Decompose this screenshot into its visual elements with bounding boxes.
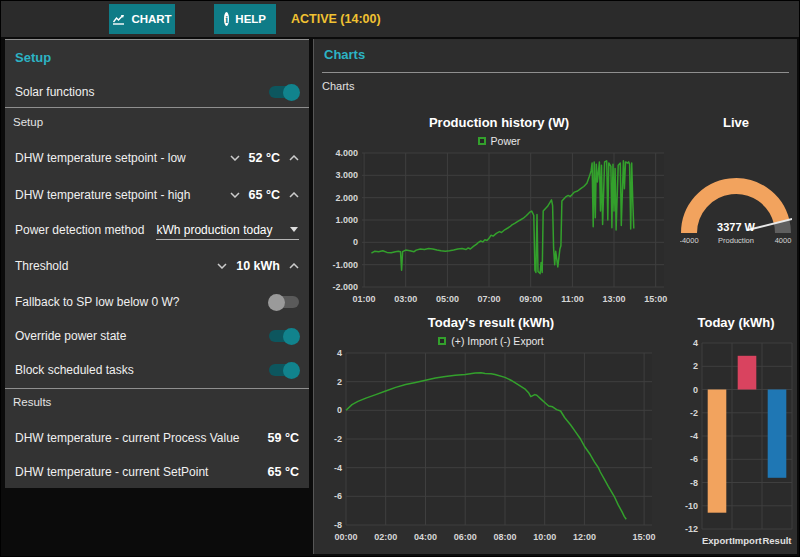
svg-text:-4: -4 (690, 431, 698, 441)
chevron-down-icon[interactable] (230, 155, 240, 161)
divider (322, 72, 789, 73)
process-value: 59 °C (268, 431, 299, 445)
toggle-knob (283, 84, 300, 101)
chevron-up-icon[interactable] (289, 263, 299, 269)
fallback-toggle[interactable] (269, 296, 299, 308)
svg-text:10:00: 10:00 (533, 532, 556, 542)
svg-text:15:00: 15:00 (633, 532, 656, 542)
chevron-down-icon[interactable] (230, 192, 240, 198)
row-block-tasks: Block scheduled tasks (15, 360, 299, 380)
svg-text:4: 4 (693, 338, 698, 348)
svg-text:Import: Import (732, 535, 762, 546)
dhw-low-value: 52 °C (249, 151, 280, 165)
svg-text:03:00: 03:00 (394, 294, 417, 304)
charts-panel-title: Charts (324, 47, 365, 62)
svg-text:1.000: 1.000 (335, 215, 358, 225)
charts-subtitle: Charts (322, 80, 354, 92)
power-detection-value: kWh production today (156, 223, 290, 237)
block-tasks-toggle[interactable] (269, 364, 299, 376)
legend-swatch-icon (478, 137, 486, 145)
production-legend: Power (326, 133, 672, 149)
svg-text:2.000: 2.000 (335, 193, 358, 203)
svg-text:0: 0 (337, 405, 342, 415)
svg-text:0: 0 (693, 385, 698, 395)
fallback-label: Fallback to SP low below 0 W? (15, 295, 180, 309)
chart-button[interactable]: CHART (109, 4, 175, 34)
topbar: CHART i HELP ACTIVE (14:00) (1, 1, 800, 37)
divider (5, 388, 309, 389)
svg-text:15:00: 15:00 (644, 294, 667, 304)
info-icon: i (224, 12, 229, 26)
dhw-high-stepper: 65 °C (230, 188, 299, 202)
svg-text:4: 4 (337, 349, 342, 358)
legend-label: (+) Import (-) Export (451, 335, 543, 347)
live-gauge-chart: Live 3377 WProduction-40004000 (680, 115, 792, 257)
process-value-label: DHW temperature - current Process Value (15, 431, 240, 445)
section-setup-label: Setup (13, 116, 43, 128)
chevron-up-icon[interactable] (289, 155, 299, 161)
svg-text:-1.000: -1.000 (332, 260, 358, 270)
svg-text:-6: -6 (690, 454, 698, 464)
solar-functions-toggle[interactable] (269, 86, 299, 98)
svg-text:-8: -8 (690, 478, 698, 488)
live-gauge-plot: 3377 WProduction-40004000 (680, 175, 792, 257)
svg-text:00:00: 00:00 (334, 532, 357, 542)
help-button-label: HELP (235, 13, 266, 25)
production-history-title: Production history (W) (326, 115, 672, 133)
threshold-label: Threshold (15, 259, 68, 273)
svg-text:0: 0 (353, 237, 358, 247)
svg-text:-12: -12 (685, 524, 698, 534)
solar-functions-label: Solar functions (15, 85, 94, 99)
svg-text:Production: Production (718, 236, 754, 245)
row-power-detection: Power detection method kWh production to… (15, 220, 299, 240)
row-solar-functions: Solar functions (15, 82, 299, 102)
override-power-toggle[interactable] (269, 330, 299, 342)
row-threshold: Threshold 10 kWh (15, 256, 299, 276)
svg-text:01:00: 01:00 (353, 294, 376, 304)
legend-swatch-icon (438, 337, 446, 345)
todays-result-plot: 00:0002:0004:0006:0008:0010:0012:0015:00… (320, 349, 662, 549)
svg-text:06:00: 06:00 (454, 532, 477, 542)
today-bars-title: Today (kWh) (676, 315, 796, 333)
block-tasks-label: Block scheduled tasks (15, 363, 134, 377)
todays-result-chart: Today's result (kWh) (+) Import (-) Expo… (320, 315, 662, 549)
dhw-low-label: DHW temperature setpoint - low (15, 151, 186, 165)
row-dhw-setpoint-high: DHW temperature setpoint - high 65 °C (15, 185, 299, 205)
row-process-value: DHW temperature - current Process Value … (15, 428, 299, 448)
power-detection-label: Power detection method (15, 223, 144, 237)
power-detection-select[interactable]: kWh production today (156, 221, 299, 240)
chevron-down-icon[interactable] (217, 263, 227, 269)
svg-text:13:00: 13:00 (602, 294, 625, 304)
production-history-chart: Production history (W) Power 01:0003:000… (326, 115, 672, 311)
current-setpoint-label: DHW temperature - current SetPoint (15, 465, 208, 479)
svg-text:02:00: 02:00 (374, 532, 397, 542)
app-root: CHART i HELP ACTIVE (14:00) Setup Solar … (0, 0, 800, 557)
svg-text:04:00: 04:00 (414, 532, 437, 542)
line-chart-icon (112, 14, 125, 25)
dhw-high-value: 65 °C (249, 188, 280, 202)
divider (5, 107, 309, 108)
svg-text:07:00: 07:00 (477, 294, 500, 304)
chevron-up-icon[interactable] (289, 192, 299, 198)
live-gauge-title: Live (680, 115, 792, 133)
today-bars-plot: 420-2-4-6-8-10-12ExportImportResult (676, 335, 796, 553)
svg-text:05:00: 05:00 (436, 294, 459, 304)
svg-text:2: 2 (337, 377, 342, 387)
svg-text:-6: -6 (334, 491, 342, 501)
setup-panel: Setup Solar functions Setup DHW temperat… (5, 39, 309, 488)
svg-text:11:00: 11:00 (561, 294, 584, 304)
svg-text:08:00: 08:00 (493, 532, 516, 542)
chart-button-label: CHART (131, 13, 171, 25)
status-active: ACTIVE (14:00) (291, 1, 381, 37)
toggle-knob (283, 362, 300, 379)
row-fallback: Fallback to SP low below 0 W? (15, 292, 299, 312)
threshold-stepper: 10 kWh (217, 259, 299, 273)
dhw-high-label: DHW temperature setpoint - high (15, 188, 190, 202)
svg-text:12:00: 12:00 (573, 532, 596, 542)
svg-text:4.000: 4.000 (335, 149, 358, 158)
override-power-label: Override power state (15, 329, 126, 343)
help-button[interactable]: i HELP (214, 4, 276, 34)
row-dhw-setpoint-low: DHW temperature setpoint - low 52 °C (15, 148, 299, 168)
dropdown-caret-icon (290, 227, 298, 232)
production-history-plot: 01:0003:0005:0007:0009:0011:0013:0015:00… (326, 149, 672, 311)
